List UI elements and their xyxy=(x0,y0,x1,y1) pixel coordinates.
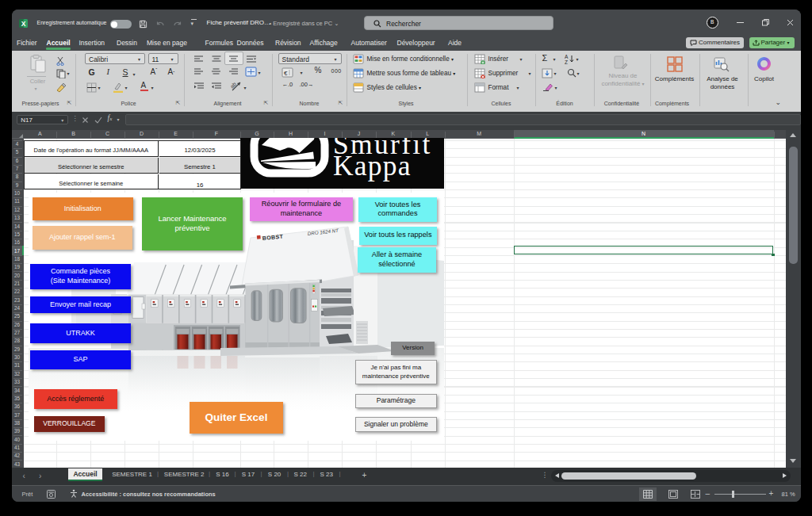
svg-text:ab: ab xyxy=(231,81,237,90)
svg-text:A: A xyxy=(565,54,569,59)
svg-text:Z: Z xyxy=(565,59,568,64)
svg-text:€: € xyxy=(284,69,288,76)
svg-text:X: X xyxy=(21,19,25,27)
svg-text:Kappa: Kappa xyxy=(333,150,412,182)
